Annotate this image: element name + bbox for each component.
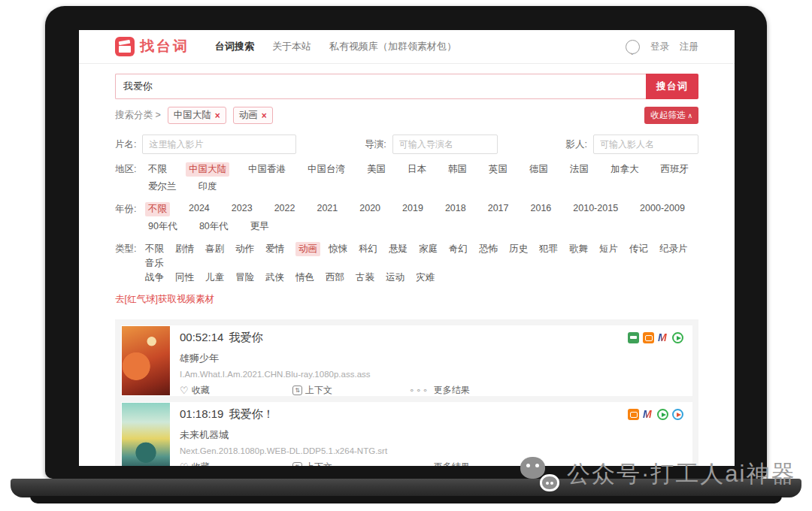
year-option[interactable]: 更早 [247,219,272,234]
year-option[interactable]: 2023 [229,202,256,216]
year-option[interactable]: 80年代 [196,219,232,234]
region-option[interactable]: 日本 [404,162,429,177]
genre-option[interactable]: 西部 [326,271,356,285]
genre-option[interactable]: 历史 [509,242,539,256]
region-option[interactable]: 印度 [195,180,220,194]
youku-icon[interactable] [672,409,683,420]
genre-option[interactable]: 冒险 [235,271,265,285]
filter-tag[interactable]: 中国大陆× [168,107,226,124]
douban-icon[interactable] [628,332,639,343]
genre-option[interactable]: 家庭 [419,242,449,256]
director-input[interactable] [392,135,498,154]
year-option[interactable]: 2010-2015 [570,202,621,216]
actor-input[interactable] [593,135,698,154]
result-title[interactable]: 01:18:19 我爱你！ [180,407,274,422]
year-option[interactable]: 2024 [186,202,213,216]
director-field-label: 导演: [365,138,386,151]
year-option[interactable]: 2016 [528,202,555,216]
region-filter-label: 地区: [115,162,145,176]
genre-option[interactable]: 爱情 [265,242,295,256]
genre-option[interactable]: 悬疑 [389,242,419,256]
genre-option[interactable]: 传记 [629,242,659,256]
year-option[interactable]: 90年代 [145,219,180,234]
register-link[interactable]: 注册 [680,41,698,53]
genre-option[interactable]: 音乐 [145,256,175,271]
genre-option[interactable]: 科幻 [359,242,389,256]
year-option[interactable]: 不限 [145,202,170,216]
tencent-icon[interactable] [672,332,683,343]
genre-option[interactable]: 动画 [295,242,320,256]
genre-option[interactable]: 歌舞 [569,242,599,256]
movie-name[interactable]: 未来机器城 [180,428,683,442]
region-option[interactable]: 爱尔兰 [145,180,180,194]
genre-option[interactable]: 武侠 [265,271,295,285]
year-filter-label: 年份: [115,202,145,216]
genre-option[interactable]: 运动 [386,271,416,285]
site-logo[interactable]: 找台词 [115,37,189,56]
red-balloon-promo-link[interactable]: 去[红气球]获取视频素材 [115,293,214,306]
favorite-button[interactable]: ♡收藏 [180,384,292,396]
genre-option[interactable]: 喜剧 [205,242,235,256]
region-option[interactable]: 西班牙 [658,162,692,177]
genre-option[interactable]: 古装 [356,271,386,285]
genre-option[interactable]: 短片 [599,242,629,256]
tencent-icon[interactable] [657,409,668,420]
year-option[interactable]: 2000-2009 [637,202,688,216]
user-avatar-icon[interactable] [626,40,640,54]
genre-option[interactable]: 儿童 [205,271,235,285]
favorite-button[interactable]: ♡收藏 [180,461,292,466]
search-button[interactable]: 搜台词 [646,74,698,99]
region-option[interactable]: 美国 [364,162,389,177]
more-results-button[interactable]: ∘∘∘更多结果 [409,461,470,466]
region-option[interactable]: 中国香港 [245,162,289,177]
year-option[interactable]: 2022 [271,202,298,216]
filter-tag[interactable]: 动画× [233,107,273,124]
nav-item[interactable]: 台词搜索 [215,40,254,53]
context-button[interactable]: ⇅上下文 [292,461,409,466]
title-input[interactable] [142,135,296,154]
mgtv-icon[interactable] [628,409,639,420]
context-button[interactable]: ⇅上下文 [292,384,409,396]
subtitle-filename: Next.Gen.2018.1080p.WEB-DL.DDP5.1.x264-N… [180,446,683,455]
genre-option[interactable]: 同性 [175,271,205,285]
movie-poster[interactable] [122,326,170,395]
genre-option[interactable]: 战争 [145,271,175,285]
region-option[interactable]: 英国 [486,162,511,177]
login-link[interactable]: 登录 [650,41,669,53]
genre-option[interactable]: 动作 [235,242,265,256]
result-title[interactable]: 00:52:14 我爱你 [180,331,262,345]
collapse-filters-button[interactable]: 收起筛选 ∧ [644,107,698,124]
search-input[interactable] [115,74,646,99]
genre-option[interactable]: 恐怖 [479,242,509,256]
year-option[interactable]: 2018 [442,202,469,216]
migu-icon[interactable] [658,332,668,343]
region-option[interactable]: 法国 [567,162,592,177]
genre-option[interactable]: 情色 [295,271,326,285]
region-option[interactable]: 加拿大 [607,162,642,177]
close-icon[interactable]: × [215,110,220,121]
migu-icon[interactable] [643,409,653,420]
region-option[interactable]: 德国 [526,162,551,177]
genre-option[interactable]: 惊悚 [329,242,359,256]
year-option[interactable]: 2019 [399,202,426,216]
close-icon[interactable]: × [262,110,267,121]
mgtv-icon[interactable] [643,332,654,343]
region-option[interactable]: 中国大陆 [186,162,229,177]
nav-item[interactable]: 关于本站 [272,40,311,53]
genre-option[interactable]: 灾难 [416,271,446,285]
region-option[interactable]: 韩国 [445,162,470,177]
nav-item[interactable]: 私有视频库（加群领素材包） [329,40,456,53]
genre-option[interactable]: 犯罪 [539,242,569,256]
year-option[interactable]: 2017 [485,202,512,216]
more-results-button[interactable]: ∘∘∘更多结果 [409,384,470,396]
movie-poster[interactable] [122,403,170,466]
genre-option[interactable]: 奇幻 [449,242,479,256]
year-option[interactable]: 2021 [314,202,341,216]
genre-option[interactable]: 剧情 [175,242,205,256]
region-option[interactable]: 不限 [145,162,170,177]
year-option[interactable]: 2020 [356,202,383,216]
genre-option[interactable]: 不限 [145,242,175,256]
movie-name[interactable]: 雄狮少年 [180,352,683,365]
region-option[interactable]: 中国台湾 [304,162,348,177]
genre-option[interactable]: 纪录片 [659,242,689,256]
